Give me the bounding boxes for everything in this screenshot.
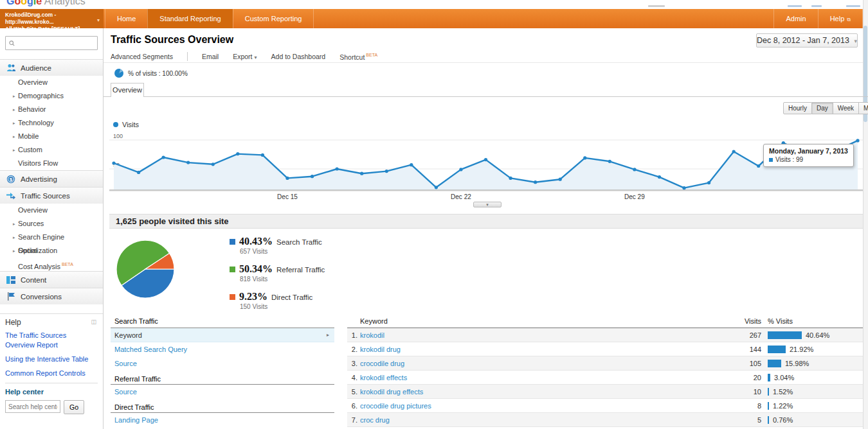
data-point-dec-21[interactable] — [435, 186, 438, 189]
visits-value: 105 — [715, 356, 761, 371]
data-point-jan-7[interactable] — [856, 139, 859, 142]
keyword-link[interactable]: krokodil drug — [360, 342, 715, 356]
sidebar-section-conversions[interactable]: Conversions — [0, 288, 103, 304]
data-point-dec-19[interactable] — [385, 170, 388, 173]
sidebar-item-behavior[interactable]: ▸Behavior — [0, 103, 103, 116]
data-point-dec-9[interactable] — [137, 171, 140, 174]
page-scrollbar-track[interactable] — [863, 0, 868, 429]
data-point-dec-13[interactable] — [236, 152, 239, 155]
data-point-dec-29[interactable] — [633, 168, 636, 171]
pct-bar-cell: 15.98% — [761, 356, 863, 371]
nav-tab-help[interactable]: Help⧉ — [818, 9, 863, 28]
data-point-dec-28[interactable] — [608, 160, 611, 163]
help-link[interactable]: Using the Interactive Table — [5, 355, 98, 364]
data-point-dec-23[interactable] — [484, 158, 487, 161]
data-point-dec-20[interactable] — [410, 163, 413, 166]
visits-line-chart[interactable]: 50100 — [109, 130, 863, 194]
help-center-search-input[interactable] — [5, 400, 60, 413]
sidebar-item-visitors-flow[interactable]: Visitors Flow — [0, 157, 103, 170]
data-point-jan-1[interactable] — [707, 181, 710, 184]
date-range-selector[interactable]: Dec 8, 2012 - Jan 7, 2013 ▾ — [756, 33, 858, 48]
toolbar-shortcut[interactable]: ShortcutBETA — [339, 53, 377, 61]
data-point-dec-22[interactable] — [459, 168, 462, 171]
toolbar-divider — [187, 52, 188, 61]
segment-all-visits[interactable]: % of visits : 100.00% — [114, 69, 188, 78]
sidebar-item-cost-analysis[interactable]: Cost AnalysisBETA — [0, 258, 103, 271]
data-point-dec-27[interactable] — [583, 156, 586, 159]
panel-item-matched-search-query[interactable]: Matched Search Query — [111, 342, 334, 356]
svg-text:$: $ — [10, 177, 13, 182]
data-point-dec-17[interactable] — [336, 167, 339, 170]
help-panel-icon[interactable]: ◫ — [91, 319, 96, 325]
pie-pct-value: 50.34% — [239, 263, 273, 275]
sidebar-search-box[interactable] — [5, 36, 98, 50]
keyword-link[interactable]: crocodile drug pictures — [360, 399, 715, 413]
data-point-dec-12[interactable] — [212, 162, 215, 166]
sidebar-section-content[interactable]: Content — [0, 271, 103, 288]
external-link-icon: ⧉ — [847, 17, 851, 22]
panel-item-landing-page[interactable]: Landing Page — [111, 413, 334, 427]
cutoff-text-fragment — [648, 5, 665, 7]
panel-item-source[interactable]: Source — [111, 356, 334, 371]
sidebar-item-overview[interactable]: Overview — [0, 76, 103, 89]
nav-tab-custom-reporting[interactable]: Custom Reporting — [233, 9, 314, 28]
tab-overview[interactable]: Overview — [111, 83, 144, 97]
sidebar-item-mobile[interactable]: ▸Mobile — [0, 130, 103, 143]
panel-item-keyword[interactable]: Keyword▸ — [111, 328, 334, 342]
sidebar-item-social[interactable]: ▸Social — [0, 244, 103, 258]
sidebar-section-traffic-sources[interactable]: Traffic Sources — [0, 187, 103, 204]
data-point-dec-11[interactable] — [186, 161, 190, 164]
granularity-month-button[interactable]: Month — [859, 102, 868, 114]
toolbar-advanced-segments[interactable]: Advanced Segments — [111, 53, 173, 60]
pct-bar-cell: 40.64% — [761, 328, 863, 342]
sidebar-item-sources[interactable]: ▸Sources — [0, 217, 103, 231]
data-point-dec-16[interactable] — [311, 175, 314, 178]
data-point-dec-26[interactable] — [559, 178, 562, 181]
data-point-dec-18[interactable] — [360, 172, 363, 175]
account-selector[interactable]: KrokodilDrug.com - http://www.kroko... A… — [0, 9, 104, 28]
nav-tab-standard-reporting[interactable]: Standard Reporting — [147, 9, 232, 28]
toolbar-email[interactable]: Email — [202, 53, 219, 60]
data-point-dec-14[interactable] — [261, 153, 264, 157]
keyword-link[interactable]: crocodile drug — [360, 356, 715, 371]
data-point-dec-8[interactable] — [112, 161, 115, 164]
help-link[interactable]: The Traffic Sources Overview Report — [5, 331, 98, 350]
data-point-dec-24[interactable] — [509, 177, 512, 180]
nav-tab-admin[interactable]: Admin — [773, 9, 817, 28]
sidebar-section-audience[interactable]: Audience — [0, 59, 103, 76]
sidebar-item-demographics[interactable]: ▸Demographics — [0, 89, 103, 103]
data-point-jan-2[interactable] — [732, 150, 736, 153]
keyword-link[interactable]: krokodil drug effects — [360, 385, 715, 399]
data-point-dec-15[interactable] — [285, 177, 289, 180]
logo-letter: e — [36, 0, 42, 6]
sidebar-search-input[interactable] — [18, 39, 94, 47]
panel-item-source[interactable]: Source — [111, 385, 334, 399]
sidebar-item-custom[interactable]: ▸Custom — [0, 143, 103, 157]
chart-collapse-handle[interactable]: ▾ — [473, 202, 502, 207]
granularity-day-button[interactable]: Day — [812, 102, 833, 114]
sidebar-item-overview[interactable]: Overview — [0, 204, 103, 217]
toolbar-add-to-dashboard[interactable]: Add to Dashboard — [271, 53, 326, 60]
keyword-link[interactable]: krokodil effects — [360, 371, 715, 385]
data-point-dec-10[interactable] — [162, 155, 165, 159]
nav-right-tabs: AdminHelp⧉ — [773, 9, 863, 28]
data-point-dec-31[interactable] — [682, 186, 685, 189]
toolbar-export[interactable]: Export▾ — [233, 53, 257, 60]
nav-tab-home[interactable]: Home — [105, 9, 147, 28]
keyword-link[interactable]: krokodil — [360, 328, 715, 342]
data-point-jan-3[interactable] — [757, 164, 760, 168]
pct-value: 21.92% — [790, 342, 813, 356]
data-point-dec-30[interactable] — [658, 175, 661, 179]
help-link[interactable]: Common Report Controls — [5, 369, 98, 378]
traffic-sources-pie-chart[interactable] — [115, 239, 176, 301]
data-point-dec-25[interactable] — [534, 180, 537, 184]
granularity-hourly-button[interactable]: Hourly — [783, 102, 812, 114]
sidebar-item-technology[interactable]: ▸Technology — [0, 116, 103, 130]
sidebar-section-advertising[interactable]: $Advertising — [0, 170, 103, 187]
graph-granularity-controls: HourlyDayWeekMonth — [783, 102, 868, 114]
pie-slice-label: Referral Traffic — [276, 266, 325, 274]
sidebar-item-search-engine-optimization[interactable]: ▸Search Engine Optimization — [0, 231, 103, 244]
help-center-go-button[interactable]: Go — [64, 400, 84, 414]
keyword-link[interactable]: croc drug — [360, 413, 715, 427]
granularity-week-button[interactable]: Week — [833, 102, 859, 114]
